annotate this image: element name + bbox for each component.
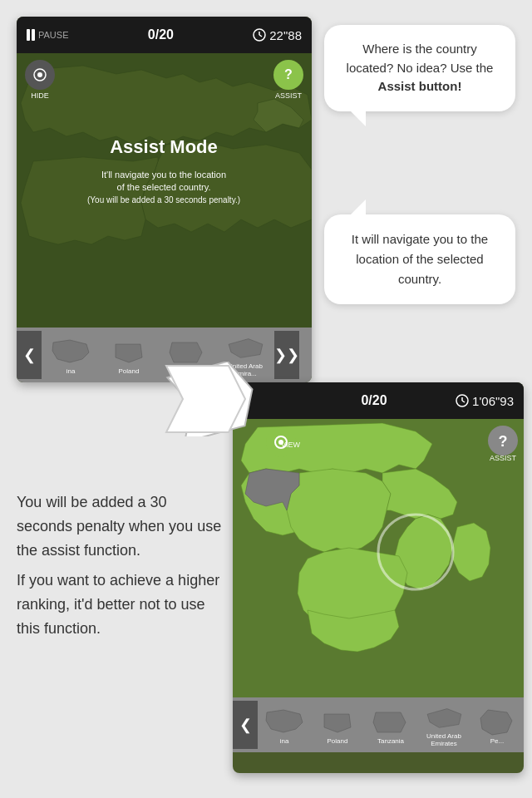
bottom-country-poland[interactable]: Poland: [311, 701, 364, 749]
bottom-china-shape: [263, 706, 306, 737]
pause-button[interactable]: PAUSE: [27, 29, 68, 41]
bottom-china-label: ina: [280, 737, 289, 745]
arrow-svg: [158, 362, 274, 436]
top-map-svg: Assist Mode It'll navigate you to the lo…: [17, 53, 312, 328]
bottom-peru-shape: [475, 706, 519, 737]
bottom-strip-nav-left[interactable]: ❮: [233, 701, 258, 749]
assist-icon: ?: [273, 60, 303, 90]
bottom-score-display: 0/20: [361, 393, 387, 408]
timer-value: 22"88: [269, 28, 302, 42]
timer-display: 22"88: [253, 28, 302, 42]
svg-line-2: [259, 35, 262, 37]
top-game-header: PAUSE 0/20 22"88: [17, 17, 312, 53]
bottom-country-tanzania[interactable]: Tanzania: [364, 701, 417, 749]
country-thumb-poland[interactable]: Poland: [100, 331, 158, 379]
arrow-divider: [158, 362, 274, 436]
penalty-description: You will be added a 30 seconds penalty w…: [17, 490, 224, 562]
bottom-map-area: VIEW ? ASSIST: [233, 419, 524, 697]
bottom-uae-label: United ArabEmirates: [426, 732, 461, 747]
top-assist-button[interactable]: ? ASSIST: [273, 60, 303, 100]
country-thumb-china[interactable]: ina: [42, 331, 100, 379]
strip-nav-left[interactable]: ❮: [17, 331, 42, 379]
svg-text:Assist Mode: Assist Mode: [110, 136, 218, 157]
bottom-game-screenshot: 0/20 1'06"93 +30sec.: [233, 382, 524, 773]
svg-text:?: ?: [499, 433, 508, 450]
bottom-tanzania-label: Tanzania: [377, 737, 404, 745]
left-text-area: You will be added a 30 seconds penalty w…: [17, 490, 224, 648]
svg-text:VIEW: VIEW: [281, 441, 301, 449]
svg-text:of the selected country.: of the selected country.: [117, 182, 211, 192]
ranking-advice: If you want to achieve a higher ranking,…: [17, 569, 224, 640]
poland-shape: [107, 336, 150, 367]
poland-label: Poland: [119, 367, 140, 375]
bubble-1-bold: Assist button!: [378, 79, 462, 93]
bottom-clock-icon: [456, 394, 469, 407]
hide-button[interactable]: HIDE: [25, 60, 55, 100]
svg-text:(You will be added a 30 second: (You will be added a 30 seconds penalty.…: [87, 195, 240, 204]
bottom-timer-display: 1'06"93: [456, 394, 514, 408]
bubble-1-text: Where is the country located? No idea? U…: [347, 42, 494, 93]
svg-marker-12: [166, 366, 245, 432]
score-display: 0/20: [148, 27, 174, 42]
hide-label: HIDE: [31, 91, 49, 100]
bottom-uae-shape: [422, 702, 466, 732]
pause-label: PAUSE: [38, 30, 68, 40]
bubble-1: Where is the country located? No idea? U…: [324, 25, 515, 111]
top-game-screenshot: PAUSE 0/20 22"88: [17, 17, 312, 382]
svg-text:It'll navigate you to the loca: It'll navigate you to the location: [101, 170, 226, 180]
assist-label: ASSIST: [275, 91, 302, 100]
bottom-peru-label: Pe...: [490, 737, 504, 745]
bottom-poland-label: Poland: [328, 737, 348, 745]
bottom-poland-shape: [316, 706, 359, 737]
hide-icon: [25, 60, 55, 90]
top-map-area: Assist Mode It'll navigate you to the lo…: [17, 53, 312, 328]
china-label: ina: [66, 367, 76, 375]
svg-text:ASSIST: ASSIST: [490, 454, 517, 462]
bottom-country-peru[interactable]: Pe...: [470, 701, 524, 749]
bottom-country-china[interactable]: ina: [258, 701, 311, 749]
uae-shape: [224, 332, 267, 362]
bottom-country-strip: ❮ ina Poland Tanzania United ArabEmirate…: [233, 697, 524, 752]
strip-nav-right[interactable]: ❯❯: [274, 331, 299, 379]
bottom-tanzania-shape: [369, 706, 412, 737]
bottom-map-svg: VIEW ? ASSIST: [233, 419, 524, 697]
bubble-2-text: It will navigate you to the location of …: [352, 232, 488, 286]
svg-line-15: [462, 401, 465, 402]
bubble-2: It will navigate you to the location of …: [324, 214, 515, 304]
clock-icon: [253, 28, 266, 42]
bottom-country-uae[interactable]: United ArabEmirates: [417, 701, 470, 749]
svg-point-10: [37, 72, 42, 77]
china-shape: [49, 336, 92, 367]
bottom-timer-value: 1'06"93: [472, 394, 514, 408]
bottom-game-header: 0/20 1'06"93: [233, 382, 524, 419]
